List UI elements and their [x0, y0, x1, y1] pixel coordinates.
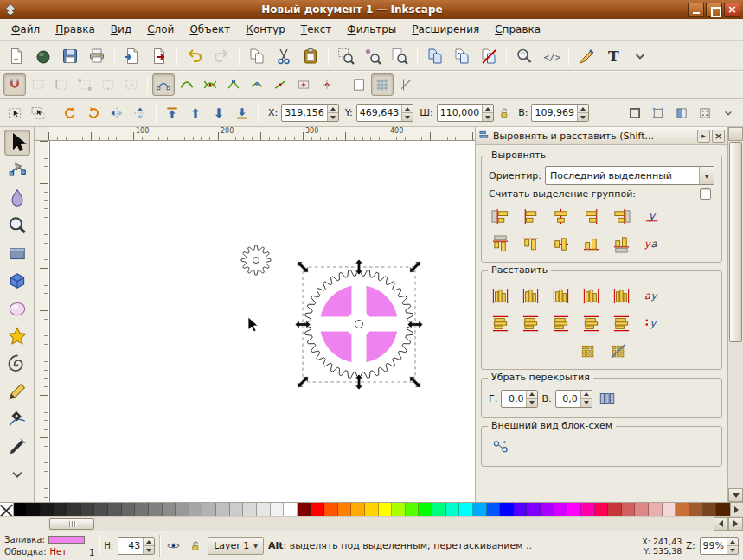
rotate-cw-button[interactable]	[82, 102, 105, 124]
y-increment-button[interactable]	[402, 105, 413, 113]
palette-swatch[interactable]	[419, 503, 432, 516]
fill-stroke-indicator[interactable]: Заливка: Обводка: Нет	[4, 535, 85, 557]
snap-rotation-centers-button[interactable]	[316, 73, 338, 96]
overlap-h-field[interactable]: 0,0	[501, 390, 538, 408]
palette-swatch[interactable]	[635, 503, 649, 516]
layer-lock-button[interactable]	[186, 538, 203, 555]
dock-scroll-thumb[interactable]	[729, 142, 742, 342]
palette-swatch[interactable]	[149, 503, 163, 516]
menu-item-9[interactable]: Расширения	[404, 20, 487, 39]
dock-scroll-track[interactable]	[729, 142, 742, 487]
titlebar[interactable]: Новый документ 1 — Inkscape	[0, 0, 743, 19]
palette-swatch[interactable]	[487, 503, 501, 516]
horizontal-scrollbar[interactable]	[0, 516, 743, 531]
scroll-up-button[interactable]	[728, 127, 743, 141]
box3d-tool-button[interactable]	[4, 268, 30, 294]
palette-swatch[interactable]	[514, 503, 528, 516]
zoom-field[interactable]: 99%	[700, 537, 739, 555]
menu-item-6[interactable]: Контур	[238, 20, 292, 39]
palette-swatch[interactable]	[379, 503, 393, 516]
snap-midpoints-button[interactable]	[269, 73, 291, 96]
select-all-layers-button[interactable]	[27, 102, 49, 124]
palette-swatch[interactable]	[649, 503, 663, 516]
palette-swatch[interactable]	[14, 503, 28, 516]
selection-handle[interactable]	[355, 259, 363, 275]
canvas[interactable]	[48, 141, 475, 502]
affect-patterns-button[interactable]	[694, 102, 716, 124]
snap-nodes-button[interactable]	[152, 73, 175, 96]
menu-item-2[interactable]: Правка	[48, 20, 103, 39]
minimize-button[interactable]	[688, 3, 704, 17]
find-button[interactable]	[511, 43, 537, 69]
palette-swatch[interactable]	[527, 503, 541, 516]
palette-swatch[interactable]	[122, 503, 136, 516]
palette-swatch[interactable]	[716, 503, 730, 516]
ellipse-tool-button[interactable]	[4, 296, 30, 321]
y-field[interactable]: 469,643	[356, 104, 414, 122]
rect-tool-button[interactable]	[4, 240, 30, 266]
palette-swatch[interactable]	[500, 503, 514, 516]
menu-item-10[interactable]: Справка	[487, 20, 548, 39]
y-decrement-button[interactable]	[402, 113, 413, 121]
lower-button[interactable]	[208, 102, 230, 124]
pen-tool-button[interactable]	[4, 406, 30, 432]
print-document-button[interactable]	[84, 43, 110, 69]
randomize-positions-button[interactable]	[606, 340, 630, 361]
connector-layout-button[interactable]	[489, 436, 512, 457]
palette-swatch[interactable]	[703, 503, 717, 516]
width-decrement-button[interactable]	[483, 113, 493, 121]
fill-stroke-button[interactable]	[573, 43, 599, 69]
palette-swatch[interactable]	[622, 503, 636, 516]
toolbox-more-button[interactable]	[4, 461, 30, 487]
align-top-edges-button[interactable]	[519, 233, 542, 254]
open-document-button[interactable]	[30, 43, 56, 69]
import-document-button[interactable]	[119, 43, 145, 69]
small-gear[interactable]	[241, 245, 271, 275]
palette-swatch[interactable]	[676, 503, 689, 516]
align-text-anchor-h-button[interactable]: у	[640, 206, 663, 226]
palette-swatch[interactable]	[284, 503, 298, 516]
palette-swatch[interactable]	[446, 503, 460, 516]
calligraphy-tool-button[interactable]	[4, 434, 30, 460]
flip-vertical-button[interactable]	[129, 102, 151, 124]
clone-button[interactable]	[449, 43, 475, 69]
save-document-button[interactable]	[57, 43, 83, 69]
opacity-increment-button[interactable]	[144, 538, 154, 546]
palette-swatch[interactable]	[94, 503, 108, 516]
cut-button[interactable]	[271, 43, 297, 69]
palette-swatch[interactable]	[257, 503, 271, 516]
lock-ratio-button[interactable]	[495, 105, 512, 122]
palette-swatch[interactable]	[663, 503, 676, 516]
copy-button[interactable]	[244, 43, 270, 69]
palette-swatch[interactable]	[27, 503, 41, 516]
height-value[interactable]: 109,969	[532, 105, 577, 121]
distribute-gaps-h-button[interactable]	[580, 285, 603, 306]
align-center-horizontal-axis-button[interactable]	[549, 233, 573, 254]
palette-swatch[interactable]	[338, 503, 352, 516]
zoom-drawing-button[interactable]	[360, 43, 386, 69]
snap-master-button[interactable]	[3, 73, 26, 96]
menu-item-8[interactable]: Фильтры	[339, 20, 404, 39]
distribute-centers-v-button[interactable]	[519, 313, 542, 334]
duplicate-button[interactable]	[422, 43, 448, 69]
palette-swatch[interactable]	[567, 503, 581, 516]
opacity-decrement-button[interactable]	[144, 546, 154, 554]
new-document-button[interactable]	[3, 43, 29, 69]
height-field[interactable]: 109,969	[531, 104, 589, 122]
distribute-text-v-button[interactable]: у	[640, 313, 663, 334]
pencil-tool-button[interactable]	[4, 379, 30, 404]
dock-scrollbar[interactable]	[727, 127, 743, 502]
align-right-to-anchor-left-button[interactable]	[489, 206, 512, 226]
snap-page-border-button[interactable]	[348, 73, 370, 96]
palette-swatch[interactable]	[608, 503, 622, 516]
raise-button[interactable]	[184, 102, 207, 124]
xml-editor-button[interactable]: </>	[538, 43, 564, 69]
palette-swatch[interactable]	[311, 503, 324, 516]
overlap-v-decrement-button[interactable]	[581, 399, 592, 407]
stroke-value[interactable]: Нет	[50, 547, 67, 557]
snap-cusp-nodes-button[interactable]	[222, 73, 245, 96]
palette-swatch[interactable]	[406, 503, 420, 516]
snap-path-intersections-button[interactable]	[199, 73, 221, 96]
width-increment-button[interactable]	[483, 105, 493, 113]
width-value[interactable]: 110,000	[438, 105, 483, 121]
